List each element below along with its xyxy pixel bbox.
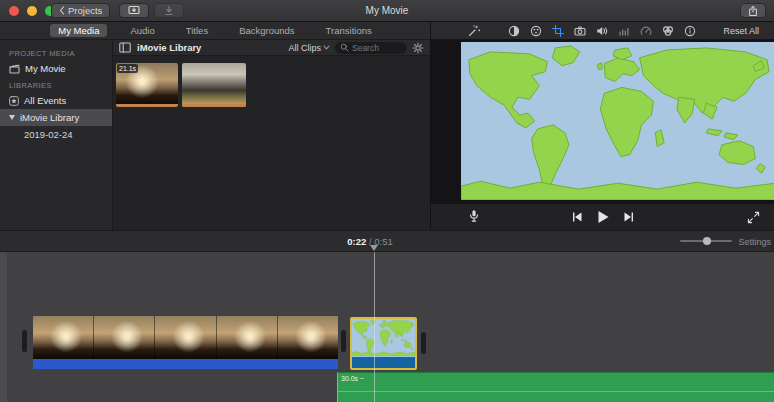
tab-my-media[interactable]: My Media xyxy=(50,24,107,37)
chevron-down-icon xyxy=(323,45,330,50)
noise-reduction-icon[interactable] xyxy=(618,25,630,37)
stabilization-camera-icon[interactable] xyxy=(574,25,586,37)
tab-transitions[interactable]: Transitions xyxy=(318,24,380,37)
clip-filter-dropdown[interactable]: All Clips xyxy=(288,43,330,53)
audio-clip-divider xyxy=(338,391,774,392)
gear-icon[interactable] xyxy=(412,42,424,54)
sidebar-item-my-movie[interactable]: My Movie xyxy=(0,60,112,77)
filmstrip-frame xyxy=(155,316,216,359)
media-tabbar: My Media Audio Titles Backgrounds Transi… xyxy=(0,22,430,40)
map-clip-thumbnail xyxy=(352,319,415,356)
adjust-toolbar: Reset All xyxy=(431,22,774,40)
skip-to-start-button[interactable] xyxy=(571,211,583,223)
playback-controls xyxy=(431,203,774,230)
tab-titles[interactable]: Titles xyxy=(178,24,216,37)
viewer-world-map-frame xyxy=(461,42,774,200)
timeline-audio-clip-green[interactable]: 30.0s ~ xyxy=(337,372,774,402)
imovie-library-label: iMovie Library xyxy=(20,112,79,123)
voiceover-mic-icon[interactable] xyxy=(467,209,481,224)
sidebar-item-event-date[interactable]: 2019-02-24 xyxy=(0,126,112,143)
clip-grid: 21.1s xyxy=(113,56,430,230)
all-events-label: All Events xyxy=(24,95,66,106)
search-field[interactable] xyxy=(335,42,407,54)
map-clip-right-trim-handle[interactable] xyxy=(421,332,426,354)
media-pane: My Media Audio Titles Backgrounds Transi… xyxy=(0,22,430,230)
search-input[interactable] xyxy=(352,43,402,53)
audio-clip-duration-label: 30.0s ~ xyxy=(341,375,364,382)
volume-icon[interactable] xyxy=(596,25,608,37)
titlebar: Projects My Movie xyxy=(0,0,774,22)
share-icon xyxy=(748,5,758,17)
playhead-marker[interactable] xyxy=(370,245,378,251)
filmstrip-frame xyxy=(33,316,94,359)
event-date-label: 2019-02-24 xyxy=(24,129,73,140)
reset-all-button[interactable]: Reset All xyxy=(723,26,759,36)
viewer xyxy=(431,40,774,203)
info-icon[interactable] xyxy=(684,25,696,37)
media-browser-header: iMovie Library All Clips xyxy=(113,40,430,56)
clapperboard-icon xyxy=(9,64,20,74)
color-balance-icon[interactable] xyxy=(508,25,520,37)
timeline-clip-sunset[interactable] xyxy=(33,316,338,359)
clip-filter-label: All Clips xyxy=(288,43,321,53)
current-time: 0:22 xyxy=(347,236,366,247)
my-movie-label: My Movie xyxy=(25,63,66,74)
color-correction-palette-icon[interactable] xyxy=(530,25,542,37)
project-media-header: PROJECT MEDIA xyxy=(0,45,112,60)
share-button[interactable] xyxy=(740,3,766,18)
auto-enhance-wand-icon[interactable] xyxy=(468,24,481,37)
disclosure-triangle-icon[interactable] xyxy=(9,115,15,120)
media-browser: iMovie Library All Clips xyxy=(113,40,430,230)
fullscreen-expand-icon[interactable] xyxy=(747,211,760,224)
sidebar-item-all-events[interactable]: All Events xyxy=(0,92,112,109)
crop-icon[interactable] xyxy=(552,25,564,37)
zoom-slider-thumb[interactable] xyxy=(703,237,711,245)
favorite-stripe xyxy=(116,104,178,107)
timeline-settings-button[interactable]: Settings xyxy=(738,237,771,247)
map-clip-ocean-band xyxy=(352,357,415,368)
tab-audio[interactable]: Audio xyxy=(122,24,162,37)
imovie-window: Projects My Movie My Media Audio Titles … xyxy=(0,0,774,402)
browser-title: iMovie Library xyxy=(137,42,201,53)
search-icon xyxy=(340,43,349,52)
timeline-clip-world-map-selected[interactable] xyxy=(350,317,417,370)
tab-backgrounds[interactable]: Backgrounds xyxy=(231,24,302,37)
speed-gauge-icon[interactable] xyxy=(640,25,652,37)
window-title: My Movie xyxy=(0,5,774,16)
viewer-pane: Reset All xyxy=(430,22,774,230)
browser-clip-coast[interactable] xyxy=(182,63,246,107)
timeline-toolbar: 0:22 / 0:51 Settings xyxy=(0,230,774,252)
libraries-header: LIBRARIES xyxy=(0,77,112,92)
favorite-stripe xyxy=(182,104,246,107)
clip-duration-badge: 21.1s xyxy=(117,64,138,73)
play-button[interactable] xyxy=(596,210,610,224)
playhead-line[interactable] xyxy=(374,252,375,402)
filmstrip-frame xyxy=(217,316,278,359)
main-area: My Media Audio Titles Backgrounds Transi… xyxy=(0,22,774,230)
clip1-left-trim-handle[interactable] xyxy=(22,330,27,352)
timeline: 30.0s ~ xyxy=(0,252,774,402)
skip-to-end-button[interactable] xyxy=(623,211,635,223)
sidebar-item-imovie-library[interactable]: iMovie Library xyxy=(0,109,112,126)
clip-filter-effects-icon[interactable] xyxy=(662,25,674,37)
timeline-zoom-slider[interactable] xyxy=(680,240,732,242)
clip1-audio-waveform-bar[interactable] xyxy=(33,359,338,369)
star-icon xyxy=(9,96,19,106)
library-sidebar: PROJECT MEDIA My Movie LIBRARIES All Eve… xyxy=(0,40,113,230)
filmstrip-frame xyxy=(278,316,338,359)
browser-clip-sunset[interactable]: 21.1s xyxy=(116,63,178,107)
clip1-right-trim-handle[interactable] xyxy=(341,330,346,352)
sidebar-toggle-icon[interactable] xyxy=(119,42,131,53)
filmstrip-frame xyxy=(94,316,155,359)
timeline-left-gutter xyxy=(0,252,7,402)
